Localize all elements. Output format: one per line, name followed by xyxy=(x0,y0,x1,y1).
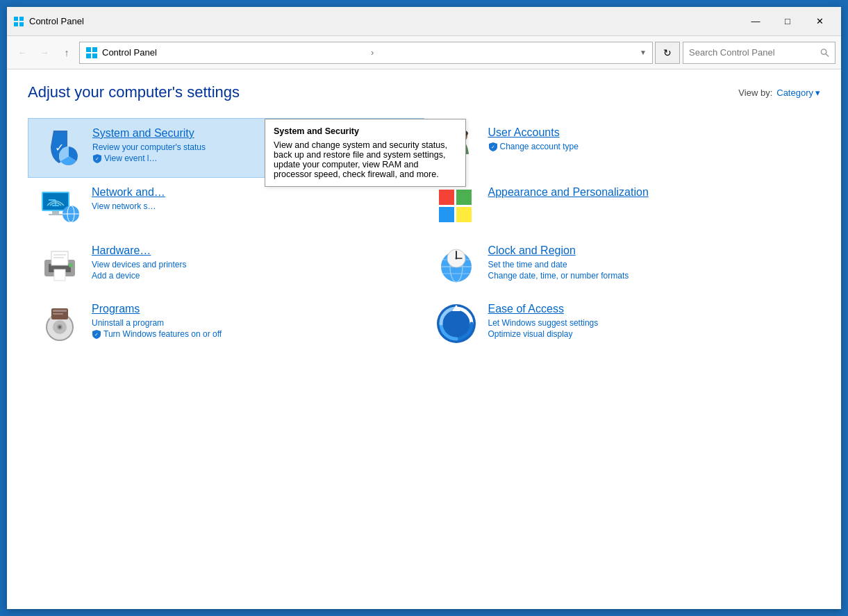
breadcrumb-text: Control Panel xyxy=(102,47,367,58)
svg-rect-3 xyxy=(19,22,24,26)
svg-rect-54 xyxy=(53,313,63,315)
system-security-text: System and Security Review your computer… xyxy=(92,127,413,163)
svg-text:✓: ✓ xyxy=(95,156,99,161)
programs-link-1[interactable]: Uninstall a program xyxy=(92,318,413,328)
programs-icon xyxy=(39,303,81,344)
close-button[interactable]: ✕ xyxy=(804,10,835,33)
search-box[interactable] xyxy=(683,42,835,64)
title-bar: Control Panel — □ ✕ xyxy=(7,7,841,36)
page-header: Adjust your computer's settings View by:… xyxy=(28,83,820,101)
ease-of-access-title[interactable]: Ease of Access xyxy=(488,303,810,315)
svg-point-13 xyxy=(442,131,454,142)
appearance-text: Appearance and Personalization xyxy=(488,186,810,201)
user-accounts-text: User Accounts ✓ Change account type xyxy=(488,126,810,151)
network-link-1[interactable]: View network s… xyxy=(92,201,413,211)
svg-rect-0 xyxy=(14,17,18,21)
maximize-button[interactable]: □ xyxy=(772,10,804,33)
svg-rect-29 xyxy=(439,207,454,222)
svg-rect-6 xyxy=(86,53,91,58)
window-controls: — □ ✕ xyxy=(740,10,835,33)
category-programs[interactable]: Programs Uninstall a program ✓ Turn Wind… xyxy=(28,294,424,353)
search-input[interactable] xyxy=(689,47,820,58)
svg-rect-28 xyxy=(456,190,472,205)
programs-text: Programs Uninstall a program ✓ Turn Wind… xyxy=(92,303,413,339)
ease-of-access-link-2[interactable]: Optimize visual display xyxy=(488,329,810,339)
svg-point-51 xyxy=(58,326,61,328)
view-by-container: View by: Category ▾ xyxy=(738,88,820,98)
programs-title[interactable]: Programs xyxy=(92,303,413,315)
system-security-link-1[interactable]: Review your computer's status xyxy=(92,142,413,152)
user-accounts-link-1[interactable]: ✓ Change account type xyxy=(488,142,810,151)
system-security-link-2[interactable]: ✓ View event l… xyxy=(92,153,413,163)
user-accounts-title[interactable]: User Accounts xyxy=(488,126,810,139)
category-hardware[interactable]: Hardware… View devices and printers Add … xyxy=(28,236,424,294)
svg-rect-26 xyxy=(49,214,63,215)
svg-text:✓: ✓ xyxy=(94,332,99,337)
hardware-title[interactable]: Hardware… xyxy=(92,244,413,257)
svg-rect-27 xyxy=(439,190,454,205)
svg-line-9 xyxy=(826,53,829,56)
category-user-accounts[interactable]: User Accounts ✓ Change account type xyxy=(424,118,821,178)
category-ease-of-access[interactable]: Ease of Access Let Windows suggest setti… xyxy=(424,294,821,353)
system-security-title[interactable]: System and Security xyxy=(92,127,413,140)
user-accounts-icon xyxy=(435,126,477,168)
control-panel-icon xyxy=(85,47,98,59)
svg-rect-1 xyxy=(19,17,24,21)
page-title: Adjust your computer's settings xyxy=(28,83,240,101)
address-chevron-icon: ▼ xyxy=(640,49,647,56)
forward-button[interactable]: → xyxy=(35,43,54,63)
clock-region-title[interactable]: Clock and Region xyxy=(488,244,810,257)
address-bar: ← → ↑ Control Panel › ▼ ↻ xyxy=(7,36,841,69)
window-title: Control Panel xyxy=(29,16,740,26)
address-input-container[interactable]: Control Panel › ▼ xyxy=(79,42,653,64)
programs-link-2[interactable]: ✓ Turn Windows features on or off xyxy=(92,329,413,339)
shield-icon-ua: ✓ xyxy=(488,142,498,151)
categories-grid: ✓ System and Security Review your comput… xyxy=(28,118,820,353)
category-network[interactable]: Network and… View network s… xyxy=(28,178,424,236)
clock-region-icon xyxy=(435,244,477,286)
svg-point-15 xyxy=(456,130,468,137)
svg-rect-2 xyxy=(14,22,18,26)
svg-rect-7 xyxy=(92,53,97,58)
hardware-link-1[interactable]: View devices and printers xyxy=(92,260,413,269)
app-icon xyxy=(13,15,25,28)
hardware-link-2[interactable]: Add a device xyxy=(92,271,413,281)
window-frame: Control Panel — □ ✕ ← → ↑ Control Panel … xyxy=(7,7,841,609)
shield-icon-programs: ✓ xyxy=(92,329,101,339)
ease-of-access-link-1[interactable]: Let Windows suggest settings xyxy=(488,318,810,328)
main-content: Adjust your computer's settings View by:… xyxy=(7,69,841,609)
search-icon xyxy=(820,48,829,58)
svg-point-37 xyxy=(69,263,73,267)
system-security-icon: ✓ xyxy=(40,127,81,169)
svg-point-8 xyxy=(821,49,826,53)
network-text: Network and… View network s… xyxy=(92,186,413,211)
refresh-button[interactable]: ↻ xyxy=(655,42,680,64)
up-button[interactable]: ↑ xyxy=(57,43,76,63)
ease-of-access-icon xyxy=(435,303,477,344)
category-clock-region[interactable]: Clock and Region Set the time and date C… xyxy=(424,236,821,294)
svg-rect-4 xyxy=(86,47,91,52)
svg-rect-5 xyxy=(92,47,97,52)
minimize-button[interactable]: — xyxy=(740,10,772,33)
clock-region-link-1[interactable]: Set the time and date xyxy=(488,260,810,269)
view-by-label: View by: xyxy=(738,88,772,98)
clock-region-text: Clock and Region Set the time and date C… xyxy=(488,244,810,281)
appearance-title[interactable]: Appearance and Personalization xyxy=(488,186,810,199)
svg-text:✓: ✓ xyxy=(491,144,495,149)
svg-rect-53 xyxy=(53,310,67,312)
clock-region-link-2[interactable]: Change date, time, or number formats xyxy=(488,271,810,281)
category-appearance[interactable]: Appearance and Personalization xyxy=(424,178,821,236)
category-system-security[interactable]: ✓ System and Security Review your comput… xyxy=(28,118,424,178)
svg-rect-33 xyxy=(51,251,68,265)
svg-rect-34 xyxy=(54,269,65,281)
svg-rect-25 xyxy=(52,211,59,214)
network-title[interactable]: Network and… xyxy=(92,186,413,199)
ease-of-access-text: Ease of Access Let Windows suggest setti… xyxy=(488,303,810,339)
shield-icon: ✓ xyxy=(92,153,102,163)
view-by-value[interactable]: Category ▾ xyxy=(776,88,820,98)
appearance-icon xyxy=(435,186,477,228)
network-icon xyxy=(39,186,81,228)
back-button[interactable]: ← xyxy=(13,43,32,63)
svg-rect-30 xyxy=(456,207,472,222)
hardware-icon xyxy=(39,244,81,286)
